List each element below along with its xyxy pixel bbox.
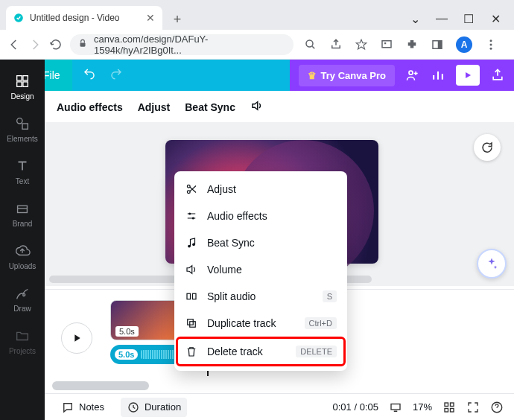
rail-elements[interactable]: Elements <box>0 109 45 149</box>
search-zoom-icon[interactable] <box>304 38 317 51</box>
svg-rect-12 <box>23 76 28 80</box>
reload-icon[interactable] <box>49 38 63 51</box>
ctx-audio-effects[interactable]: Audio effects <box>174 203 347 229</box>
video-duration-badge: 5.0s <box>115 326 139 337</box>
music-note-icon <box>185 236 198 249</box>
svg-point-7 <box>490 39 492 42</box>
zoom-display[interactable]: 17% <box>413 401 432 413</box>
duplicate-icon <box>185 316 198 330</box>
sec-audio-effects[interactable]: Audio effects <box>57 101 123 113</box>
maximize-icon[interactable]: ☐ <box>463 13 474 24</box>
analytics-icon[interactable] <box>431 68 445 83</box>
profile-avatar[interactable]: A <box>456 36 472 53</box>
context-menu: Adjust Audio effects Beat Sync Volume Sp… <box>174 171 347 371</box>
timeline-play-button[interactable] <box>61 322 92 354</box>
window-controls: ⌄ — ☐ ✕ <box>410 13 508 30</box>
kebab-menu-icon[interactable] <box>484 38 498 51</box>
svg-rect-33 <box>193 293 197 299</box>
svg-rect-4 <box>384 42 386 44</box>
sliders-icon <box>185 209 198 223</box>
svg-rect-21 <box>445 403 448 407</box>
svg-rect-22 <box>451 403 454 407</box>
collaborators-icon[interactable] <box>405 68 420 83</box>
canva-top-bar: File ♛Try Canva Pro <box>0 60 514 91</box>
sec-beat-sync[interactable]: Beat Sync <box>185 101 235 113</box>
tab-close-icon[interactable]: ✕ <box>146 12 155 24</box>
canva-favicon <box>13 13 24 23</box>
magic-button[interactable] <box>477 249 507 279</box>
rail-design[interactable]: Design <box>0 67 45 106</box>
minimize-icon[interactable]: — <box>437 13 447 24</box>
lock-icon <box>77 38 88 51</box>
ctx-duplicate-track[interactable]: Duplicate trackCtrl+D <box>174 310 347 337</box>
audio-duration-badge: 5.0s <box>115 349 138 360</box>
present-button[interactable] <box>456 65 480 86</box>
forward-icon[interactable] <box>28 38 42 51</box>
ctx-delete-track[interactable]: Delete trackDELETE <box>177 338 344 365</box>
regenerate-button[interactable] <box>474 134 501 161</box>
rail-draw[interactable]: Draw <box>0 279 45 319</box>
back-icon[interactable] <box>7 38 21 51</box>
svg-rect-32 <box>187 293 191 299</box>
svg-rect-17 <box>18 206 28 212</box>
svg-rect-1 <box>80 42 86 46</box>
svg-rect-16 <box>22 124 28 129</box>
try-pro-button[interactable]: ♛Try Canva Pro <box>299 65 395 86</box>
browser-tab[interactable]: Untitled design - Video ✕ <box>6 6 162 30</box>
browser-address-bar: canva.com/design/DAFuY-1594k/hyAr2IBg0It… <box>0 30 514 60</box>
svg-point-30 <box>188 245 191 248</box>
url-text: canva.com/design/DAFuY-1594k/hyAr2IBg0It… <box>94 34 286 56</box>
svg-rect-14 <box>23 82 28 86</box>
video-clip[interactable]: 5.0s <box>110 300 182 340</box>
shortcut-badge: DELETE <box>296 346 337 357</box>
undo-icon[interactable] <box>83 67 96 83</box>
ctx-beat-sync[interactable]: Beat Sync <box>174 229 347 256</box>
help-icon[interactable] <box>490 401 504 414</box>
svg-rect-23 <box>445 408 448 412</box>
shortcut-badge: S <box>323 290 337 302</box>
extensions-icon[interactable] <box>405 38 419 51</box>
left-rail: Design Elements Text Brand Uploads Draw … <box>0 60 45 420</box>
install-icon[interactable] <box>380 38 393 51</box>
notes-button[interactable]: Notes <box>55 398 110 417</box>
svg-point-29 <box>192 217 194 220</box>
grid-view-icon[interactable] <box>442 401 456 414</box>
rail-text[interactable]: Text <box>0 152 45 191</box>
sidepanel-icon[interactable] <box>431 38 444 51</box>
svg-rect-24 <box>451 408 454 412</box>
duration-button[interactable]: Duration <box>121 398 187 417</box>
url-box[interactable]: canva.com/design/DAFuY-1594k/hyAr2IBg0It… <box>70 34 294 55</box>
view-mode-icon[interactable] <box>389 401 402 414</box>
ctx-split-audio[interactable]: Split audioS <box>174 283 347 310</box>
svg-point-31 <box>192 243 195 246</box>
svg-rect-13 <box>17 82 22 86</box>
chevron-down-icon[interactable]: ⌄ <box>410 13 420 24</box>
fullscreen-icon[interactable] <box>466 401 480 414</box>
new-tab-button[interactable]: + <box>167 9 188 30</box>
svg-rect-20 <box>394 410 398 412</box>
star-icon[interactable] <box>355 38 368 51</box>
tab-title: Untitled design - Video <box>30 13 120 23</box>
share-export-icon[interactable] <box>490 68 505 83</box>
ctx-adjust[interactable]: Adjust <box>174 176 347 203</box>
scissors-icon <box>185 182 198 196</box>
rail-uploads[interactable]: Uploads <box>0 237 45 276</box>
rail-projects[interactable]: Projects <box>0 322 45 361</box>
trash-icon <box>185 345 198 358</box>
volume-icon[interactable] <box>250 99 264 115</box>
share-icon[interactable] <box>329 38 343 51</box>
svg-rect-34 <box>188 319 194 325</box>
rail-brand[interactable]: Brand <box>0 194 45 234</box>
svg-point-2 <box>306 40 313 47</box>
ctx-volume[interactable]: Volume <box>174 256 347 283</box>
timeline-h-scrollbar[interactable] <box>52 381 507 390</box>
svg-point-10 <box>409 71 413 74</box>
svg-point-15 <box>17 118 22 124</box>
svg-point-8 <box>490 43 492 45</box>
svg-point-28 <box>188 213 191 215</box>
sec-adjust[interactable]: Adjust <box>138 101 171 113</box>
redo-icon[interactable] <box>110 67 123 83</box>
close-window-icon[interactable]: ✕ <box>490 13 501 24</box>
svg-rect-6 <box>438 40 442 48</box>
secondary-toolbar: Audio effects Adjust Beat Sync <box>45 91 514 124</box>
